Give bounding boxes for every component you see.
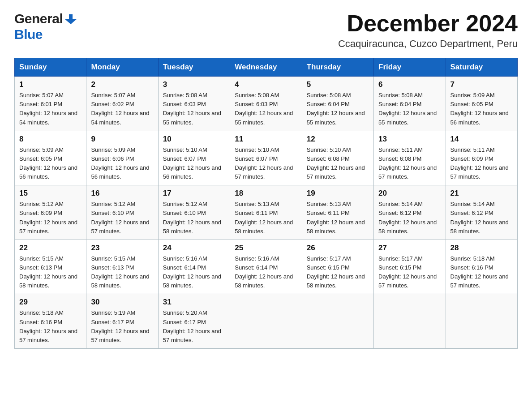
calendar-cell: 31Sunrise: 5:20 AMSunset: 6:17 PMDayligh… bbox=[158, 294, 230, 349]
day-number: 26 bbox=[307, 244, 369, 253]
logo-general-text: General bbox=[14, 11, 63, 26]
day-info: Sunrise: 5:08 AMSunset: 6:04 PMDaylight:… bbox=[307, 91, 369, 127]
day-number: 18 bbox=[235, 189, 297, 198]
day-number: 19 bbox=[307, 189, 369, 198]
day-info: Sunrise: 5:14 AMSunset: 6:12 PMDaylight:… bbox=[378, 200, 441, 236]
calendar-cell: 12Sunrise: 5:10 AMSunset: 6:08 PMDayligh… bbox=[302, 131, 373, 185]
day-info: Sunrise: 5:16 AMSunset: 6:14 PMDaylight:… bbox=[163, 254, 225, 291]
page: General Blue December 2024 Ccaquiracunca… bbox=[0, 0, 532, 360]
title-section: December 2024 Ccaquiracunca, Cuzco Depar… bbox=[338, 11, 518, 50]
day-number: 13 bbox=[378, 135, 441, 144]
day-number: 23 bbox=[91, 244, 153, 253]
calendar-cell: 11Sunrise: 5:10 AMSunset: 6:07 PMDayligh… bbox=[230, 131, 302, 185]
day-info: Sunrise: 5:13 AMSunset: 6:11 PMDaylight:… bbox=[307, 200, 369, 236]
weekday-header-wednesday: Wednesday bbox=[230, 58, 302, 77]
day-info: Sunrise: 5:07 AMSunset: 6:01 PMDaylight:… bbox=[19, 91, 82, 127]
calendar-cell: 4Sunrise: 5:08 AMSunset: 6:03 PMDaylight… bbox=[230, 77, 302, 131]
day-info: Sunrise: 5:13 AMSunset: 6:11 PMDaylight:… bbox=[235, 200, 297, 236]
calendar-cell: 14Sunrise: 5:11 AMSunset: 6:09 PMDayligh… bbox=[446, 131, 517, 185]
day-info: Sunrise: 5:09 AMSunset: 6:05 PMDaylight:… bbox=[19, 146, 82, 182]
day-number: 24 bbox=[163, 244, 225, 253]
day-number: 22 bbox=[19, 244, 82, 253]
day-number: 1 bbox=[19, 80, 82, 89]
day-number: 7 bbox=[450, 80, 513, 89]
calendar-cell bbox=[230, 294, 302, 349]
logo-arrow-icon bbox=[64, 11, 78, 27]
calendar-cell: 8Sunrise: 5:09 AMSunset: 6:05 PMDaylight… bbox=[15, 131, 86, 185]
header: General Blue December 2024 Ccaquiracunca… bbox=[14, 11, 518, 50]
calendar-cell: 13Sunrise: 5:11 AMSunset: 6:08 PMDayligh… bbox=[374, 131, 446, 185]
day-info: Sunrise: 5:10 AMSunset: 6:08 PMDaylight:… bbox=[307, 146, 369, 182]
main-title: December 2024 bbox=[338, 11, 518, 36]
calendar-cell: 20Sunrise: 5:14 AMSunset: 6:12 PMDayligh… bbox=[374, 185, 446, 240]
day-info: Sunrise: 5:16 AMSunset: 6:14 PMDaylight:… bbox=[235, 254, 297, 291]
day-info: Sunrise: 5:14 AMSunset: 6:12 PMDaylight:… bbox=[450, 200, 513, 236]
calendar-cell: 30Sunrise: 5:19 AMSunset: 6:17 PMDayligh… bbox=[86, 294, 158, 349]
day-info: Sunrise: 5:08 AMSunset: 6:03 PMDaylight:… bbox=[163, 91, 225, 127]
day-info: Sunrise: 5:15 AMSunset: 6:13 PMDaylight:… bbox=[19, 254, 82, 291]
weekday-header-sunday: Sunday bbox=[15, 58, 86, 77]
day-number: 16 bbox=[91, 189, 153, 198]
calendar-week-row: 1Sunrise: 5:07 AMSunset: 6:01 PMDaylight… bbox=[15, 77, 518, 131]
day-info: Sunrise: 5:10 AMSunset: 6:07 PMDaylight:… bbox=[235, 146, 297, 182]
day-info: Sunrise: 5:08 AMSunset: 6:04 PMDaylight:… bbox=[378, 91, 441, 127]
day-info: Sunrise: 5:09 AMSunset: 6:05 PMDaylight:… bbox=[450, 91, 513, 127]
day-info: Sunrise: 5:17 AMSunset: 6:15 PMDaylight:… bbox=[307, 254, 369, 291]
calendar-cell: 7Sunrise: 5:09 AMSunset: 6:05 PMDaylight… bbox=[446, 77, 517, 131]
calendar-cell: 10Sunrise: 5:10 AMSunset: 6:07 PMDayligh… bbox=[158, 131, 230, 185]
day-info: Sunrise: 5:15 AMSunset: 6:13 PMDaylight:… bbox=[91, 254, 153, 291]
day-info: Sunrise: 5:09 AMSunset: 6:06 PMDaylight:… bbox=[91, 146, 153, 182]
calendar-cell: 24Sunrise: 5:16 AMSunset: 6:14 PMDayligh… bbox=[158, 240, 230, 294]
calendar-cell: 16Sunrise: 5:12 AMSunset: 6:10 PMDayligh… bbox=[86, 185, 158, 240]
day-number: 31 bbox=[163, 298, 225, 307]
calendar-cell bbox=[374, 294, 446, 349]
day-info: Sunrise: 5:20 AMSunset: 6:17 PMDaylight:… bbox=[163, 308, 225, 345]
day-info: Sunrise: 5:12 AMSunset: 6:09 PMDaylight:… bbox=[19, 200, 82, 236]
calendar-week-row: 29Sunrise: 5:18 AMSunset: 6:16 PMDayligh… bbox=[15, 294, 518, 349]
calendar-cell: 6Sunrise: 5:08 AMSunset: 6:04 PMDaylight… bbox=[374, 77, 446, 131]
day-number: 5 bbox=[307, 80, 369, 89]
day-number: 9 bbox=[91, 135, 153, 144]
calendar-cell: 17Sunrise: 5:12 AMSunset: 6:10 PMDayligh… bbox=[158, 185, 230, 240]
day-number: 12 bbox=[307, 135, 369, 144]
calendar-cell: 28Sunrise: 5:18 AMSunset: 6:16 PMDayligh… bbox=[446, 240, 517, 294]
day-info: Sunrise: 5:17 AMSunset: 6:15 PMDaylight:… bbox=[378, 254, 441, 291]
day-number: 3 bbox=[163, 80, 225, 89]
day-number: 2 bbox=[91, 80, 153, 89]
calendar-cell: 19Sunrise: 5:13 AMSunset: 6:11 PMDayligh… bbox=[302, 185, 373, 240]
day-number: 27 bbox=[378, 244, 441, 253]
calendar-cell: 5Sunrise: 5:08 AMSunset: 6:04 PMDaylight… bbox=[302, 77, 373, 131]
day-number: 21 bbox=[450, 189, 513, 198]
weekday-header-friday: Friday bbox=[374, 58, 446, 77]
calendar-week-row: 15Sunrise: 5:12 AMSunset: 6:09 PMDayligh… bbox=[15, 185, 518, 240]
calendar-cell bbox=[446, 294, 517, 349]
day-info: Sunrise: 5:12 AMSunset: 6:10 PMDaylight:… bbox=[163, 200, 225, 236]
logo-blue-text: Blue bbox=[14, 27, 43, 42]
calendar-cell: 21Sunrise: 5:14 AMSunset: 6:12 PMDayligh… bbox=[446, 185, 517, 240]
day-info: Sunrise: 5:08 AMSunset: 6:03 PMDaylight:… bbox=[235, 91, 297, 127]
calendar-cell: 23Sunrise: 5:15 AMSunset: 6:13 PMDayligh… bbox=[86, 240, 158, 294]
day-number: 28 bbox=[450, 244, 513, 253]
weekday-header-tuesday: Tuesday bbox=[158, 58, 230, 77]
day-number: 20 bbox=[378, 189, 441, 198]
day-number: 10 bbox=[163, 135, 225, 144]
day-number: 6 bbox=[378, 80, 441, 89]
calendar-cell: 25Sunrise: 5:16 AMSunset: 6:14 PMDayligh… bbox=[230, 240, 302, 294]
day-number: 15 bbox=[19, 189, 82, 198]
day-info: Sunrise: 5:18 AMSunset: 6:16 PMDaylight:… bbox=[450, 254, 513, 291]
weekday-header-thursday: Thursday bbox=[302, 58, 373, 77]
calendar-cell: 18Sunrise: 5:13 AMSunset: 6:11 PMDayligh… bbox=[230, 185, 302, 240]
calendar-week-row: 22Sunrise: 5:15 AMSunset: 6:13 PMDayligh… bbox=[15, 240, 518, 294]
calendar-cell: 2Sunrise: 5:07 AMSunset: 6:02 PMDaylight… bbox=[86, 77, 158, 131]
day-number: 30 bbox=[91, 298, 153, 307]
day-number: 4 bbox=[235, 80, 297, 89]
day-number: 25 bbox=[235, 244, 297, 253]
calendar-cell: 26Sunrise: 5:17 AMSunset: 6:15 PMDayligh… bbox=[302, 240, 373, 294]
day-number: 17 bbox=[163, 189, 225, 198]
day-info: Sunrise: 5:18 AMSunset: 6:16 PMDaylight:… bbox=[19, 308, 82, 345]
calendar-cell: 29Sunrise: 5:18 AMSunset: 6:16 PMDayligh… bbox=[15, 294, 86, 349]
day-info: Sunrise: 5:11 AMSunset: 6:08 PMDaylight:… bbox=[378, 146, 441, 182]
calendar-cell bbox=[302, 294, 373, 349]
calendar-cell: 22Sunrise: 5:15 AMSunset: 6:13 PMDayligh… bbox=[15, 240, 86, 294]
calendar-cell: 3Sunrise: 5:08 AMSunset: 6:03 PMDaylight… bbox=[158, 77, 230, 131]
